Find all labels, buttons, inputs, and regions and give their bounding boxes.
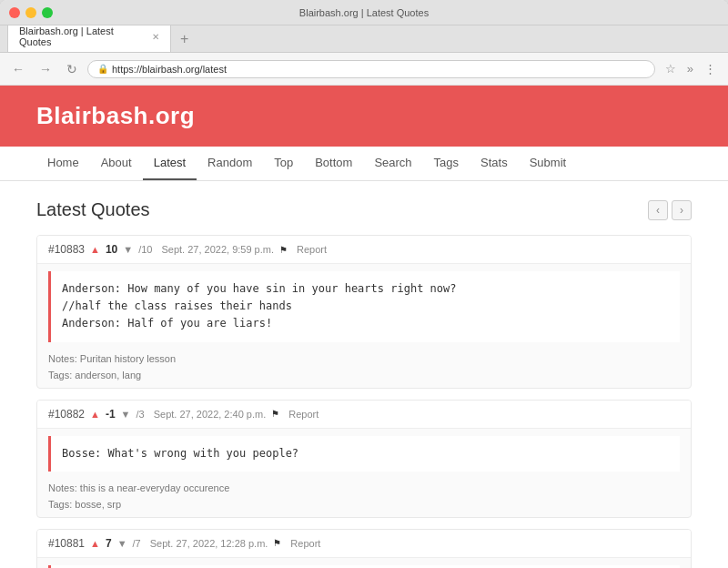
vote-score-2: -1 <box>106 408 116 421</box>
nav-about[interactable]: About <box>90 147 143 180</box>
quote-body-1: Anderson: How many of you have sin in yo… <box>48 271 680 342</box>
vote-down-3[interactable]: ▼ <box>117 538 127 549</box>
address-text: https://blairbash.org/latest <box>112 64 227 75</box>
quote-tags-1: Tags: anderson, lang <box>37 368 691 388</box>
bookmark-button[interactable]: ☆ <box>661 59 681 78</box>
quote-meta-3: #10881 ▲ 7 ▼ /7 Sept. 27, 2022, 12:28 p.… <box>37 530 691 558</box>
nav-search[interactable]: Search <box>363 147 422 180</box>
quote-id-3: #10881 <box>48 537 85 550</box>
pagination-controls: ‹ › <box>648 200 692 220</box>
quote-meta-1: #10883 ▲ 10 ▼ /10 Sept. 27, 2022, 9:59 p… <box>37 236 691 264</box>
back-button[interactable]: ← <box>7 60 29 78</box>
vote-up-3[interactable]: ▲ <box>90 538 100 549</box>
traffic-lights <box>9 7 53 18</box>
quote-id-1: #10883 <box>48 243 85 256</box>
browser-titlebar: Blairbash.org | Latest Quotes <box>0 0 728 25</box>
nav-stats[interactable]: Stats <box>470 147 519 180</box>
quote-line: //half the class raises their hands <box>62 298 669 315</box>
vote-total-2: /3 <box>136 409 145 420</box>
flag-icon-3: ⚑ <box>273 538 281 548</box>
next-page-button[interactable]: › <box>672 200 692 220</box>
page-header: Latest Quotes ‹ › <box>36 199 692 220</box>
forward-button[interactable]: → <box>35 60 56 78</box>
nav-top[interactable]: Top <box>263 147 304 180</box>
quote-notes-1: Notes: Puritan history lesson <box>37 350 691 368</box>
quote-id-2: #10882 <box>48 408 85 421</box>
tab-bar: Blairbash.org | Latest Quotes ✕ + <box>0 25 728 53</box>
page-title: Latest Quotes <box>36 199 150 220</box>
report-link-1[interactable]: Report <box>297 244 327 255</box>
tab-label: Blairbash.org | Latest Quotes <box>19 25 147 47</box>
quote-card-2: #10882 ▲ -1 ▼ /3 Sept. 27, 2022, 2:40 p.… <box>36 400 692 518</box>
browser-title: Blairbash.org | Latest Quotes <box>299 7 429 18</box>
quote-date-3: Sept. 27, 2022, 12:28 p.m. <box>150 538 268 549</box>
quote-body-2: Bosse: What's wrong with you people? <box>48 436 680 472</box>
flag-icon-1: ⚑ <box>279 245 288 255</box>
quote-meta-2: #10882 ▲ -1 ▼ /3 Sept. 27, 2022, 2:40 p.… <box>37 401 691 429</box>
site-nav: Home About Latest Random Top Bottom Sear… <box>0 147 728 181</box>
new-tab-button[interactable]: + <box>175 31 194 47</box>
vote-down-1[interactable]: ▼ <box>123 244 133 255</box>
site-title: Blairbash.org <box>36 102 195 129</box>
nav-random[interactable]: Random <box>197 147 263 180</box>
nav-home[interactable]: Home <box>36 147 90 180</box>
quote-date-2: Sept. 27, 2022, 2:40 p.m. <box>154 409 267 420</box>
quote-card-3: #10881 ▲ 7 ▼ /7 Sept. 27, 2022, 12:28 p.… <box>36 529 692 568</box>
nav-latest[interactable]: Latest <box>143 147 197 180</box>
reload-button[interactable]: ↻ <box>62 60 82 78</box>
address-bar[interactable]: 🔒 https://blairbash.org/latest <box>87 60 655 78</box>
vote-total-1: /10 <box>138 244 152 255</box>
quote-card-1: #10883 ▲ 10 ▼ /10 Sept. 27, 2022, 9:59 p… <box>36 235 692 389</box>
main-content: Latest Quotes ‹ › #10883 ▲ 10 ▼ /10 Sept… <box>0 181 728 568</box>
browser-toolbar: ← → ↻ 🔒 https://blairbash.org/latest ☆ »… <box>0 53 728 86</box>
quote-date-1: Sept. 27, 2022, 9:59 p.m. <box>161 244 274 255</box>
quote-tags-2: Tags: bosse, srp <box>37 497 691 517</box>
close-traffic-light[interactable] <box>9 7 20 18</box>
report-link-3[interactable]: Report <box>290 538 320 549</box>
browser-window: Blairbash.org | Latest Quotes Blairbash.… <box>0 0 728 568</box>
vote-total-3: /7 <box>133 538 141 549</box>
quote-line: Anderson: Half of you are liars! <box>62 315 669 332</box>
page-content: Blairbash.org Home About Latest Random T… <box>0 86 728 568</box>
vote-up-1[interactable]: ▲ <box>90 244 100 255</box>
extensions-button[interactable]: » <box>682 59 698 78</box>
nav-submit[interactable]: Submit <box>519 147 577 180</box>
lock-icon: 🔒 <box>97 64 108 74</box>
vote-score-1: 10 <box>106 243 117 256</box>
report-link-2[interactable]: Report <box>288 409 318 420</box>
prev-page-button[interactable]: ‹ <box>648 200 668 220</box>
vote-score-3: 7 <box>106 537 112 550</box>
browser-actions: ☆ » ⋮ <box>661 59 721 78</box>
quote-line: Anderson: How many of you have sin in yo… <box>62 280 669 298</box>
nav-bottom[interactable]: Bottom <box>304 147 363 180</box>
vote-up-2[interactable]: ▲ <box>90 409 100 420</box>
quote-line: Bosse: What's wrong with you people? <box>62 445 669 462</box>
minimize-traffic-light[interactable] <box>25 7 36 18</box>
tab-close-icon[interactable]: ✕ <box>152 32 159 42</box>
site-header: Blairbash.org <box>0 86 728 147</box>
quote-notes-2: Notes: this is a near-everyday occurence <box>37 479 691 497</box>
vote-down-2[interactable]: ▼ <box>121 409 131 420</box>
maximize-traffic-light[interactable] <box>42 7 53 18</box>
flag-icon-2: ⚑ <box>271 409 279 419</box>
nav-tags[interactable]: Tags <box>423 147 470 180</box>
menu-button[interactable]: ⋮ <box>700 59 721 78</box>
